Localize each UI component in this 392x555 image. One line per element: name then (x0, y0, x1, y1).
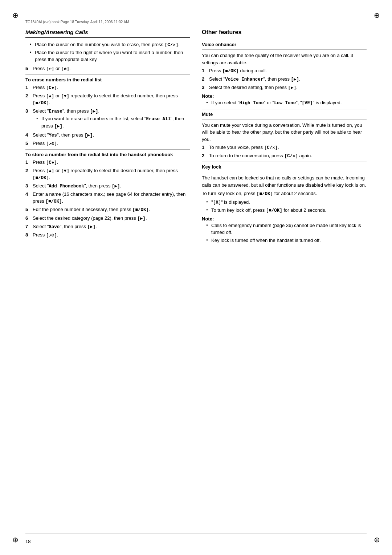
right-column: Other features Voice enhancer You can ch… (202, 29, 367, 246)
ve-note-list: If you select "High Tone" or "Low Tone",… (202, 100, 367, 106)
step5-content: Press [↩] or [⇄]. (33, 65, 190, 72)
mute-step-2: 2 To return to the conversation, press [… (202, 153, 367, 159)
keylock-divider (202, 162, 367, 162)
two-column-layout: Making/Answering Calls Place the cursor … (25, 29, 367, 246)
reg-mark-br: ⊕ (372, 535, 382, 545)
right-section-divider (202, 38, 367, 38)
keylock-note-1: Calls to emergency numbers (page 36) can… (207, 222, 367, 236)
step5-num: 5 (25, 65, 30, 72)
erase-step-1: 1 Press [C●]. (25, 84, 190, 91)
voice-enhancer-steps: 1 Press [■/OK] during a call. 2 Select "… (202, 68, 367, 91)
keylock-note-label: Note: (202, 216, 367, 222)
erase-step-3-sub: If you want to erase all numbers in the … (33, 116, 190, 129)
mute-steps: 1 To mute your voice, press [C/✕]. 2 To … (202, 144, 367, 159)
reg-mark-bl: ⊕ (10, 535, 20, 545)
store-step-5: 5 Edit the phone number if necessary, th… (25, 206, 190, 213)
store-step-list: 1 Press [C●]. 2 Press [▲] or [▼] repeate… (25, 159, 190, 239)
intro-bullet-1: Place the cursor on the number you wish … (30, 41, 190, 48)
ve-step-2: 2 Select "Voice Enhancer", then press [▶… (202, 76, 367, 83)
ve-step-1: 1 Press [■/OK] during a call. (202, 68, 367, 74)
keylock-bullet-1: "[X]" is displayed. (207, 199, 367, 206)
store-step-7: 7 Select "Save", then press [▶]. (25, 223, 190, 230)
key-cx-1: [C/✕] (165, 42, 179, 48)
keylock-body2: To turn key lock on, press [■/OK] for ab… (202, 190, 367, 198)
header-text: TG1840AL(e-e).book Page 18 Tuesday, Apri… (25, 20, 129, 24)
store-step-1: 1 Press [C●]. (25, 159, 190, 166)
keylock-bullets: "[X]" is displayed. To turn key lock off… (202, 199, 367, 214)
keylock-body1: The handset can be locked so that no cal… (202, 174, 367, 189)
ve-note-1: If you select "High Tone" or "Low Tone",… (207, 100, 367, 106)
intro-bullet-2: Place the cursor to the right of where y… (30, 49, 190, 63)
key-back: [↩] (46, 66, 54, 72)
mute-heading: Mute (202, 112, 367, 117)
mute-divider (202, 109, 367, 109)
erase-divider (25, 74, 190, 75)
store-divider (25, 149, 190, 150)
voice-enhancer-divider (202, 49, 367, 50)
mute-divider2 (202, 119, 367, 119)
left-column: Making/Answering Calls Place the cursor … (25, 29, 190, 246)
left-section-divider (25, 37, 190, 38)
ve-note-label: Note: (202, 93, 367, 99)
mute-step-1: 1 To mute your voice, press [C/✕]. (202, 144, 367, 151)
ve-step-3: 3 Select the desired setting, then press… (202, 84, 367, 91)
keylock-divider2 (202, 172, 367, 172)
keylock-note-list: Calls to emergency numbers (page 36) can… (202, 222, 367, 244)
keylock-heading: Key lock (202, 164, 367, 170)
keylock-note-2: Key lock is turned off when the handset … (207, 237, 367, 244)
store-heading: To store a number from the redial list i… (25, 152, 190, 157)
intro-bullet-list: Place the cursor on the number you wish … (25, 41, 190, 63)
step5-item: 5 Press [↩] or [⇄]. (25, 65, 190, 72)
store-step-6: 6 Select the desired category (page 22),… (25, 215, 190, 222)
store-step-4: 4 Enter a name (16 characters max.; see … (25, 191, 190, 205)
mute-body: You can mute your voice during a convers… (202, 122, 367, 143)
step5-list: 5 Press [↩] or [⇄]. (25, 65, 190, 72)
store-step-2: 2 Press [▲] or [▼] repeatedly to select … (25, 167, 190, 181)
erase-step-5: 5 Press [↗⊙]. (25, 140, 190, 147)
voice-enhancer-heading: Voice enhancer (202, 42, 367, 47)
key-transfer: [⇄] (61, 66, 69, 72)
voice-enhancer-body: You can change the tone quality of the r… (202, 52, 367, 66)
store-step-3: 3 Select "Add Phonebook", then press [▶]… (25, 183, 190, 190)
erase-step-4: 4 Select "Yes", then press [▶]. (25, 132, 190, 139)
reg-mark-tr: ⊕ (372, 10, 382, 20)
page-number: 18 (25, 539, 30, 544)
right-section-title: Other features (202, 29, 367, 36)
content-area: Making/Answering Calls Place the cursor … (25, 29, 367, 526)
erase-heading: To erase numbers in the redial list (25, 77, 190, 82)
page: ⊕ ⊕ ⊕ ⊕ TG1840AL(e-e).book Page 18 Tuesd… (0, 0, 392, 555)
bottom-divider (25, 534, 367, 534)
left-section-title: Making/Answering Calls (25, 29, 190, 35)
keylock-bullet-2: To turn key lock off, press [■/OK] for a… (207, 207, 367, 214)
erase-step-3: 3 Select "Erase", then press [▶]. If you… (25, 108, 190, 130)
header-bar: TG1840AL(e-e).book Page 18 Tuesday, Apri… (25, 19, 367, 24)
erase-step-list: 1 Press [C●]. 2 Press [▲] or [▼] repeate… (25, 84, 190, 147)
reg-mark-tl: ⊕ (10, 10, 20, 20)
erase-step-2: 2 Press [▲] or [▼] repeatedly to select … (25, 93, 190, 106)
store-step-8: 8 Press [↗⊙]. (25, 232, 190, 239)
